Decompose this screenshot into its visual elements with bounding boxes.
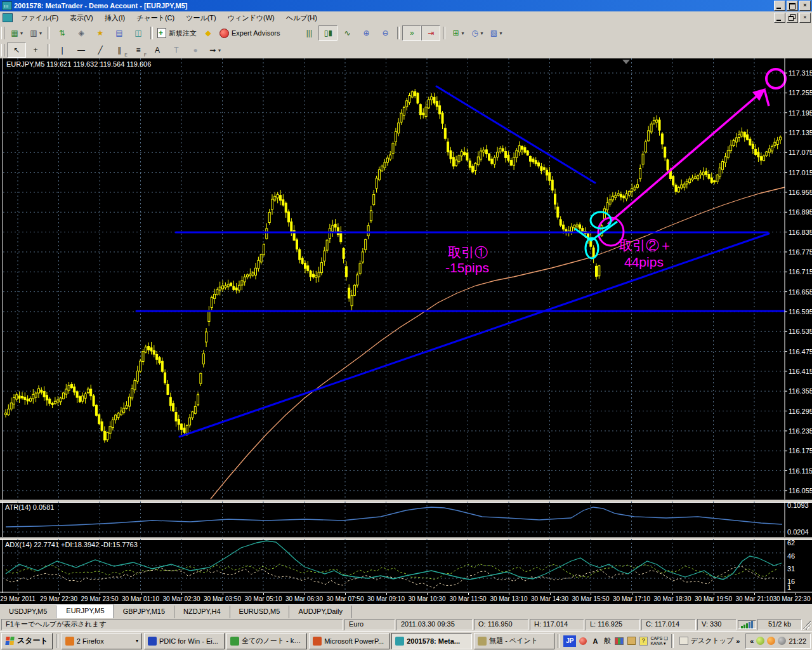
- status-volume: V: 330: [697, 619, 737, 630]
- horizontal-line-button[interactable]: —: [72, 43, 91, 58]
- time-tick: [181, 593, 182, 595]
- taskbar-button-firefox-icon[interactable]: 2 Firefox▾: [62, 633, 142, 649]
- arrows-button[interactable]: ⇝▾: [205, 43, 224, 58]
- resize-grip[interactable]: [803, 620, 811, 630]
- arrows-dropdown-icon[interactable]: ▾: [218, 48, 221, 53]
- chart-tab-eurusd-m5[interactable]: EURUSD,M5: [230, 606, 290, 619]
- shapes-icon: ●: [191, 44, 200, 56]
- toolbar-grip[interactable]: [1, 27, 4, 39]
- menu-item-2[interactable]: 挿入(I): [99, 12, 131, 24]
- ime-input-mode-han[interactable]: 般: [602, 636, 612, 646]
- expert-advisors-icon: [219, 29, 229, 38]
- menu-item-0[interactable]: ファイル(F): [15, 12, 64, 24]
- time-axis-label: 29 Mar 2011: [0, 595, 35, 602]
- chart-tab-gbpjpy-m15[interactable]: GBPJPY,M15: [114, 606, 174, 619]
- menu-item-4[interactable]: ツール(T): [180, 12, 222, 24]
- menu-item-6[interactable]: ヘルプ(H): [280, 12, 323, 24]
- minimize-button[interactable]: [774, 1, 785, 11]
- caps-kana-indicator[interactable]: CAPS ❏KANA ▾: [650, 636, 667, 646]
- atr-indicator-panel[interactable]: ATR(14) 0.0581 0.1093 0.0204: [0, 501, 812, 537]
- tray-app-icon-3[interactable]: [778, 637, 786, 645]
- strategy-tester-button[interactable]: ◫: [129, 25, 148, 41]
- new-chart-dropdown-icon[interactable]: ▾: [20, 30, 23, 36]
- menu-item-5[interactable]: ウィンドウ(W): [222, 12, 280, 24]
- trendline-button[interactable]: ╱: [91, 43, 110, 58]
- chevron-left-icon[interactable]: «: [750, 637, 754, 645]
- menu-item-3[interactable]: チャート(C): [131, 12, 180, 24]
- toolbar-grip[interactable]: [1, 44, 4, 56]
- expert-advisors-button[interactable]: Expert Advisors: [218, 25, 282, 41]
- close-button[interactable]: ×: [799, 1, 811, 11]
- metaeditor-button[interactable]: ◆: [199, 25, 218, 41]
- ime-tools-palette-icon[interactable]: [614, 636, 624, 646]
- terminal-button[interactable]: ▤: [110, 25, 129, 41]
- fibonacci-button[interactable]: ≡F: [129, 43, 148, 58]
- line-chart-button[interactable]: ∿: [337, 25, 357, 41]
- price-axis-label: 116.535: [789, 328, 812, 335]
- text-label-button[interactable]: T: [167, 43, 186, 58]
- maximize-button[interactable]: [787, 1, 798, 11]
- indicators-button[interactable]: ⊞▾: [448, 25, 467, 41]
- new-chart-button[interactable]: ▦▾: [7, 25, 26, 41]
- trade2-pips-annotation: 44pips: [624, 255, 664, 269]
- chart-tab-audjpy-daily[interactable]: AUDJPY,Daily: [289, 606, 352, 619]
- tray-app-icon-1[interactable]: [756, 637, 764, 645]
- zoom-in-button[interactable]: ⊕: [357, 25, 376, 41]
- data-window-button[interactable]: ◈: [72, 25, 91, 41]
- taskbar-button-paint-icon[interactable]: 無題 - ペイント: [474, 633, 554, 649]
- crosshair-button[interactable]: +: [26, 43, 45, 58]
- fibonacci-icon: ≡: [134, 44, 143, 56]
- chart-tab-nzdjpy-h4[interactable]: NZDJPY,H4: [174, 606, 230, 619]
- bar-chart-button[interactable]: |||: [299, 25, 318, 41]
- taskbar-button-metatrader-icon[interactable]: 2001578: Meta...: [391, 633, 472, 649]
- child-close-button[interactable]: ×: [799, 13, 811, 23]
- zoom-out-button[interactable]: ⊖: [376, 25, 395, 41]
- equidistant-channel-icon: ∥: [115, 44, 124, 56]
- start-button[interactable]: スタート: [1, 633, 53, 649]
- child-restore-button[interactable]: [787, 13, 798, 23]
- main-chart[interactable]: 117.315117.255117.195117.135117.075117.0…: [0, 58, 812, 500]
- vertical-line-button[interactable]: |: [53, 43, 72, 58]
- ime-help-icon[interactable]: ?: [638, 636, 648, 646]
- child-minimize-button[interactable]: [774, 13, 785, 23]
- ime-icon[interactable]: [578, 636, 588, 646]
- shapes-button[interactable]: ●: [186, 43, 205, 58]
- time-axis-label: 30 Mar 15:50: [572, 595, 610, 602]
- price-axis-label: 117.195: [789, 109, 812, 117]
- auto-scroll-button[interactable]: »: [402, 25, 421, 41]
- menu-item-1[interactable]: 表示(V): [64, 12, 99, 24]
- language-jp-indicator[interactable]: JP: [563, 635, 576, 647]
- taskbar-clock[interactable]: 21:22: [789, 637, 806, 645]
- chart-tab-usdjpy-m5[interactable]: USDJPY,M5: [0, 606, 56, 619]
- candlestick-chart-button[interactable]: ▯▮: [318, 25, 337, 41]
- time-axis[interactable]: 29 Mar 201129 Mar 22:3029 Mar 23:5030 Ma…: [0, 593, 812, 604]
- new-order-button[interactable]: 新規注文: [155, 25, 199, 41]
- tray-app-icon-2[interactable]: [767, 637, 775, 645]
- ime-pad-icon[interactable]: [626, 636, 636, 646]
- templates-button[interactable]: ▧▾: [486, 25, 505, 41]
- taskbar-button-powerpoint-icon[interactable]: Microsoft PowerP...: [309, 633, 390, 649]
- desktop-toolbar[interactable]: デスクトップ »: [677, 636, 743, 646]
- cursor-button[interactable]: ↖: [7, 43, 26, 58]
- taskbar-button-pdic-icon[interactable]: PDIC for Win - Ei...: [144, 633, 225, 649]
- templates-dropdown-icon[interactable]: ▾: [499, 30, 502, 36]
- candlestick-chart-icon: ▯▮: [324, 27, 332, 39]
- profiles-dropdown-icon[interactable]: ▾: [39, 30, 42, 36]
- equidistant-channel-button[interactable]: ∥E: [110, 43, 129, 58]
- ime-input-mode-a[interactable]: A: [590, 636, 600, 646]
- periods-button[interactable]: ◷▾: [467, 25, 486, 41]
- taskbar-button-notes-icon[interactable]: 全てのノート - ken...: [226, 633, 307, 649]
- indicators-dropdown-icon[interactable]: ▾: [461, 30, 464, 36]
- chart-tab-eurjpy-m5[interactable]: EURJPY,M5: [56, 604, 114, 619]
- periods-dropdown-icon[interactable]: ▾: [480, 30, 483, 36]
- profiles-button[interactable]: ▥▾: [26, 25, 45, 41]
- text-button[interactable]: A: [148, 43, 167, 58]
- navigator-button[interactable]: ★: [91, 25, 110, 41]
- time-tick: [468, 593, 469, 595]
- time-axis-label: 30 Mar 19:50: [695, 595, 732, 602]
- adx-indicator-panel[interactable]: 624631161 ADX(14) 22.7741 +DI:18.3942 -D…: [0, 539, 812, 593]
- chevron-right-icon[interactable]: »: [736, 637, 740, 645]
- market-watch-button[interactable]: ⇅: [53, 25, 72, 41]
- chart-shift-button[interactable]: ⇥: [421, 25, 440, 41]
- system-tray: « 21:22: [745, 633, 811, 649]
